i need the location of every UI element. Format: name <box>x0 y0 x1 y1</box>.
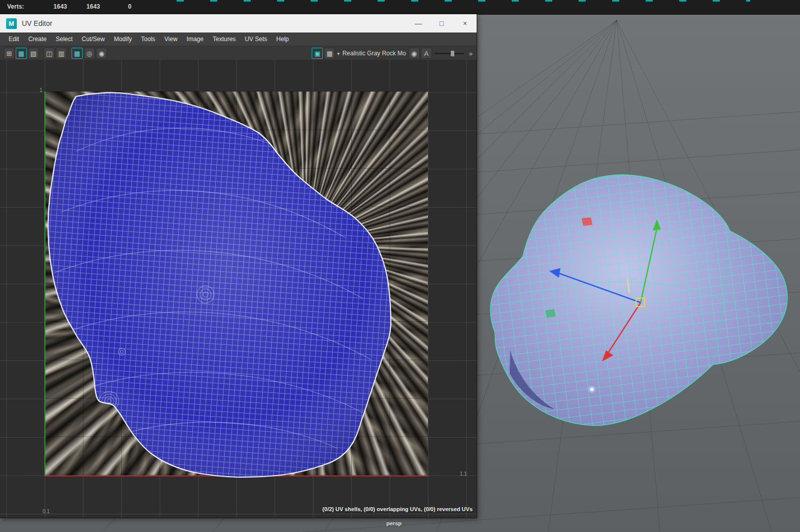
dim-image-glyph: ◎ <box>86 50 92 57</box>
texture-controls: ▣ ▦ ▾ Realistic Gray Rock Mo ◉ A » <box>311 48 474 59</box>
shaded-display-glyph: ▦ <box>18 50 24 57</box>
checker-map-glyph: ▦ <box>326 50 332 57</box>
selected-face-green[interactable] <box>545 309 556 318</box>
menu-modify[interactable]: Modify <box>109 36 136 43</box>
verts-count-selected: 0 <box>119 3 131 10</box>
menu-textures[interactable]: Textures <box>208 36 240 43</box>
camera-label: persp <box>386 520 402 526</box>
distortion-display-icon[interactable]: ▧ <box>28 48 39 59</box>
grid-label-1: 1 <box>40 87 43 93</box>
uv-toolbar: ⊞ ▦ ▧ ◫ ▥ ▦ ◎ ◉ ▣ ▦ ▾ Realistic Gray Roc… <box>0 46 477 61</box>
grid-label-unit: 1.1 <box>460 471 467 477</box>
verts-count-total: 1643 <box>47 3 67 10</box>
image-display-glyph: ▣ <box>314 50 320 57</box>
image-display-icon[interactable]: ▣ <box>312 48 323 59</box>
shelf-tabs-edge <box>177 0 750 2</box>
alpha-gain-slider[interactable] <box>435 53 464 54</box>
pane-layout-icon[interactable]: ⊞ <box>4 48 15 59</box>
shaded-display-icon[interactable]: ▦ <box>16 48 27 59</box>
grid-label-origin: 0.1 <box>43 509 50 514</box>
selected-face-red[interactable] <box>582 217 592 226</box>
uv-overlay <box>0 60 477 518</box>
rock-mesh[interactable] <box>490 175 787 426</box>
distortion-display-glyph: ▧ <box>30 50 37 57</box>
texture-name-label[interactable]: Realistic Gray Rock Mo <box>342 50 406 57</box>
menu-tools[interactable]: Tools <box>137 36 160 43</box>
heads-up-display: Verts: 1643 1643 0 <box>0 0 800 15</box>
uv-editor-window: M UV Editor — □ × Edit Create Select Cut… <box>0 14 477 518</box>
menu-edit[interactable]: Edit <box>4 36 24 43</box>
pixel-grid-icon[interactable]: ▥ <box>56 48 67 59</box>
menu-select[interactable]: Select <box>51 36 77 43</box>
tile-grid-icon[interactable]: ▦ <box>72 48 83 59</box>
menu-cut-sew[interactable]: Cut/Sew <box>77 36 109 43</box>
dim-image-icon[interactable]: ◎ <box>84 48 95 59</box>
texture-dropdown-caret-icon[interactable]: ▾ <box>337 51 340 56</box>
uv-shell-status: (0/2) UV shells, (0/0) overlapping UVs, … <box>322 506 473 512</box>
pane-layout-glyph: ⊞ <box>7 50 12 57</box>
alpha-gain-glyph: A <box>424 50 428 57</box>
uv-snapshot-glyph: ◉ <box>98 50 104 57</box>
maximize-button[interactable]: □ <box>430 14 453 32</box>
menu-image[interactable]: Image <box>182 36 208 43</box>
border-display-icon[interactable]: ◫ <box>44 48 55 59</box>
pixel-grid-glyph: ▥ <box>58 50 64 57</box>
menu-view[interactable]: View <box>160 36 182 43</box>
verts-count-shaded: 1643 <box>80 3 100 10</box>
maya-app-icon: M <box>6 18 17 29</box>
close-button[interactable]: × <box>453 14 477 32</box>
menu-bar: Edit Create Select Cut/Sew Modify Tools … <box>0 32 477 46</box>
verts-label: Verts: <box>7 3 24 10</box>
menu-uv-sets[interactable]: UV Sets <box>240 36 272 43</box>
minimize-button[interactable]: — <box>407 14 430 32</box>
border-display-glyph: ◫ <box>46 50 52 57</box>
maya-screen: persp Verts: 1643 1643 0 M UV Editor — □… <box>0 0 800 532</box>
menu-help[interactable]: Help <box>272 36 293 43</box>
tile-grid-glyph: ▦ <box>74 50 80 57</box>
material-ball-icon[interactable]: ◉ <box>409 48 420 59</box>
alpha-gain-icon[interactable]: A <box>421 48 432 59</box>
window-title: UV Editor <box>22 19 52 27</box>
material-ball-glyph: ◉ <box>411 50 417 57</box>
uv-snapshot-icon[interactable]: ◉ <box>96 48 107 59</box>
menu-create[interactable]: Create <box>24 36 51 43</box>
expand-toolbar-icon[interactable]: » <box>469 50 473 57</box>
window-controls: — □ × <box>407 14 477 32</box>
specular-highlight-core <box>590 388 594 391</box>
uv-canvas[interactable]: 1 0.1 1.1 (0/2) UV shells, (0/0) overlap… <box>0 60 477 518</box>
checker-map-icon[interactable]: ▦ <box>324 48 335 59</box>
uv-shell[interactable] <box>48 93 391 477</box>
alpha-slider-knob[interactable] <box>451 51 454 56</box>
window-titlebar[interactable]: M UV Editor — □ × <box>0 14 477 32</box>
